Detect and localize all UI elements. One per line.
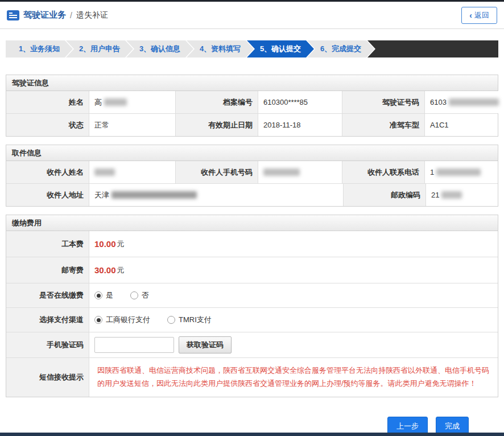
file-no-label: 档案编号 xyxy=(175,91,258,113)
name-value: 高 xyxy=(89,91,175,113)
back-button[interactable]: ‹ 返回 xyxy=(461,7,497,24)
section-title-pickup-info: 取件信息 xyxy=(6,145,498,161)
address-value: 天津 xyxy=(89,184,343,206)
license-no-text: 6103 xyxy=(430,98,447,106)
radio-unchecked-icon xyxy=(130,291,138,299)
page-header: 驾驶证业务 / 遗失补证 ‹ 返回 xyxy=(0,2,504,29)
table-row: 短信接收提示 因陕西省联通、电信运营商技术问题，陕西省互联网交通安全综合服务管理… xyxy=(6,357,498,397)
step-label: 3、确认信息 xyxy=(139,44,180,54)
name-label: 姓名 xyxy=(6,91,89,113)
step-6-complete-submit[interactable]: 6、完成提交 xyxy=(307,40,374,57)
sms-notice-label: 短信接收提示 xyxy=(6,358,89,397)
step-label: 2、用户申告 xyxy=(79,44,120,54)
sms-notice-cell: 因陕西省联通、电信运营商技术问题，陕西省互联网交通安全综合服务管理平台无法向持陕… xyxy=(89,358,498,397)
online-pay-label: 是否在线缴费 xyxy=(6,283,89,307)
section-title-license-info: 驾驶证信息 xyxy=(6,75,498,91)
step-wizard-wrap: 1、业务须知 2、用户申告 3、确认信息 4、资料填写 5、确认提交 6、完成提… xyxy=(0,29,504,67)
section-license-info: 驾驶证信息 姓名 高 档案编号 610300****85 驾驶证号码 6103 … xyxy=(6,75,498,137)
redacted-license-no xyxy=(449,98,499,106)
expiry-label: 有效期止日期 xyxy=(175,114,258,136)
sms-code-label: 手机验证码 xyxy=(6,332,89,357)
vehicle-type-label: 准驾车型 xyxy=(342,114,424,136)
section-title-fees: 缴纳费用 xyxy=(6,215,498,231)
step-label: 5、确认提交 xyxy=(260,44,301,54)
table-row: 姓名 高 档案编号 610300****85 驾驶证号码 6103 xyxy=(6,91,498,113)
pay-channel-label: 选择支付渠道 xyxy=(6,308,89,332)
expiry-text: 2018-11-18 xyxy=(263,121,301,129)
breadcrumb: 驾驶证业务 / 遗失补证 xyxy=(7,10,108,20)
sms-code-field: 获取验证码 xyxy=(89,332,498,357)
table-row: 状态 正常 有效期止日期 2018-11-18 准驾车型 A1C1 xyxy=(6,113,498,136)
license-info-table: 姓名 高 档案编号 610300****85 驾驶证号码 6103 状态 正常 … xyxy=(6,91,498,136)
radio-online-pay-no[interactable]: 否 xyxy=(130,290,149,301)
license-form-icon xyxy=(7,10,19,20)
recipient-tel-text: 1 xyxy=(430,168,434,176)
radio-checked-icon xyxy=(94,291,102,299)
recipient-name-label: 收件人姓名 xyxy=(6,161,89,183)
step-3-confirm-info[interactable]: 3、确认信息 xyxy=(126,40,193,57)
expiry-value: 2018-11-18 xyxy=(258,114,342,136)
recipient-phone-value xyxy=(258,161,342,183)
table-row: 手机验证码 获取验证码 xyxy=(6,332,498,357)
recipient-tel-label: 收件人联系电话 xyxy=(342,161,424,183)
radio-channel-tmri[interactable]: TMRI支付 xyxy=(167,315,212,325)
radio-channel-icbc[interactable]: 工商银行支付 xyxy=(94,315,150,325)
redacted-address xyxy=(111,191,197,199)
radio-label: TMRI支付 xyxy=(179,315,212,325)
step-label: 6、完成提交 xyxy=(320,44,361,54)
step-wizard: 1、业务须知 2、用户申告 3、确认信息 4、资料填写 5、确认提交 6、完成提… xyxy=(6,40,498,57)
breadcrumb-separator: / xyxy=(70,11,72,20)
radio-label: 是 xyxy=(106,290,113,301)
bottom-border xyxy=(0,433,504,436)
table-row: 收件人地址 天津 邮政编码 21 xyxy=(6,183,498,206)
page-subtitle: 遗失补证 xyxy=(76,10,108,20)
postage-fee-value: 30.00 元 xyxy=(89,257,498,283)
section-pickup-info: 取件信息 收件人姓名 收件人手机号码 收件人联系电话 1 收件人地址 天津 邮政… xyxy=(6,145,498,207)
get-sms-code-button[interactable]: 获取验证码 xyxy=(179,336,232,353)
postage-fee-amount: 30.00 xyxy=(94,265,116,275)
step-4-fill-data[interactable]: 4、资料填写 xyxy=(187,40,254,57)
license-no-label: 驾驶证号码 xyxy=(342,91,424,113)
redacted-recipient-name xyxy=(94,168,115,176)
redacted-recipient-phone xyxy=(263,168,300,176)
chevron-left-icon: ‹ xyxy=(469,11,472,19)
step-1-business-notice[interactable]: 1、业务须知 xyxy=(6,40,73,57)
step-wizard-tail xyxy=(367,40,498,57)
postcode-text: 21 xyxy=(431,191,439,199)
table-row: 收件人姓名 收件人手机号码 收件人联系电话 1 xyxy=(6,161,498,183)
postcode-label: 邮政编码 xyxy=(343,184,425,206)
vehicle-type-value: A1C1 xyxy=(424,114,498,136)
redacted-name xyxy=(104,98,127,106)
radio-online-pay-yes[interactable]: 是 xyxy=(94,290,113,301)
step-5-confirm-submit[interactable]: 5、确认提交 xyxy=(247,40,314,57)
file-no-value: 610300****85 xyxy=(258,91,342,113)
cost-fee-label: 工本费 xyxy=(6,231,89,257)
recipient-tel-value: 1 xyxy=(424,161,498,183)
sms-notice-text: 因陕西省联通、电信运营商技术问题，陕西省互联网交通安全综合服务管理平台无法向持陕… xyxy=(97,364,490,390)
address-label: 收件人地址 xyxy=(6,184,89,206)
recipient-phone-label: 收件人手机号码 xyxy=(175,161,258,183)
radio-unchecked-icon xyxy=(167,316,175,324)
radio-checked-icon xyxy=(94,316,102,324)
table-row: 工本费 10.00 元 xyxy=(6,231,498,257)
section-fees: 缴纳费用 工本费 10.00 元 邮寄费 30.00 元 是否在线缴费 是 xyxy=(6,215,498,397)
name-text: 高 xyxy=(94,97,102,108)
cost-fee-unit: 元 xyxy=(117,239,125,249)
table-row: 选择支付渠道 工商银行支付 TMRI支付 xyxy=(6,307,498,332)
cost-fee-amount: 10.00 xyxy=(94,239,116,249)
online-pay-options: 是 否 xyxy=(89,283,498,307)
radio-label: 否 xyxy=(142,290,149,301)
step-2-user-declaration[interactable]: 2、用户申告 xyxy=(66,40,133,57)
postcode-value: 21 xyxy=(425,184,498,206)
sms-code-input[interactable] xyxy=(94,337,174,353)
pay-channel-options: 工商银行支付 TMRI支付 xyxy=(89,308,498,332)
file-no-text: 610300****85 xyxy=(263,98,308,106)
status-label: 状态 xyxy=(6,114,89,136)
postage-fee-unit: 元 xyxy=(117,265,125,275)
table-row: 是否在线缴费 是 否 xyxy=(6,283,498,307)
status-text: 正常 xyxy=(94,120,109,130)
fees-table: 工本费 10.00 元 邮寄费 30.00 元 是否在线缴费 是 xyxy=(6,231,498,397)
postage-fee-label: 邮寄费 xyxy=(6,257,89,283)
step-label: 1、业务须知 xyxy=(19,44,60,54)
redacted-recipient-tel xyxy=(436,168,481,176)
